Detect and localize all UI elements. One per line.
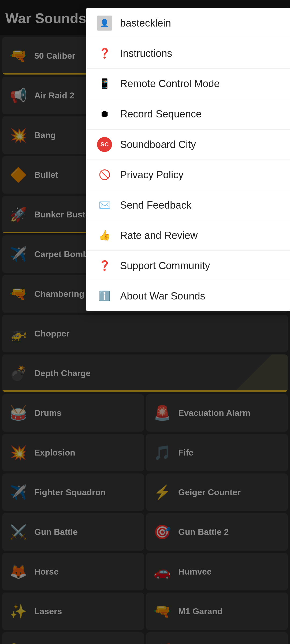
menu-label-soundboard-city: Soundboard City (120, 139, 196, 150)
menu-icon-support-community: ❓ (97, 258, 112, 273)
menu-item-remote-control[interactable]: 📱 Remote Control Mode (86, 69, 290, 99)
menu-label-privacy-policy: Privacy Policy (120, 169, 184, 181)
menu-item-soundboard-city[interactable]: SC Soundboard City (86, 129, 290, 160)
menu-item-record-sequence[interactable]: ⏺ Record Sequence (86, 99, 290, 129)
menu-label-remote-control: Remote Control Mode (120, 78, 220, 90)
menu-label-instructions: Instructions (120, 48, 172, 59)
sc-badge-icon: SC (97, 137, 112, 152)
dropdown-menu: 👤 bastecklein ❓ Instructions 📱 Remote Co… (86, 8, 290, 311)
menu-icon-privacy-policy: 🚫 (97, 167, 112, 182)
menu-label-about: About War Sounds (120, 290, 205, 302)
menu-item-user[interactable]: 👤 bastecklein (86, 8, 290, 38)
menu-icon-about: ℹ️ (97, 288, 112, 304)
menu-icon-rate-review: 👍 (97, 228, 112, 243)
user-avatar-icon: 👤 (97, 16, 112, 31)
menu-label-user: bastecklein (120, 17, 171, 29)
menu-icon-record-sequence: ⏺ (97, 106, 112, 121)
menu-label-support-community: Support Community (120, 260, 210, 272)
menu-label-rate-review: Rate and Review (120, 230, 198, 241)
menu-item-about[interactable]: ℹ️ About War Sounds (86, 281, 290, 311)
menu-item-support-community[interactable]: ❓ Support Community (86, 251, 290, 281)
menu-item-send-feedback[interactable]: ✉️ Send Feedback (86, 190, 290, 220)
menu-item-privacy-policy[interactable]: 🚫 Privacy Policy (86, 160, 290, 190)
menu-label-record-sequence: Record Sequence (120, 108, 202, 120)
menu-item-instructions[interactable]: ❓ Instructions (86, 38, 290, 69)
menu-icon-send-feedback: ✉️ (97, 198, 112, 213)
menu-icon-remote-control: 📱 (97, 76, 112, 91)
menu-item-rate-review[interactable]: 👍 Rate and Review (86, 220, 290, 251)
menu-icon-instructions: ❓ (97, 46, 112, 61)
menu-label-send-feedback: Send Feedback (120, 199, 191, 211)
